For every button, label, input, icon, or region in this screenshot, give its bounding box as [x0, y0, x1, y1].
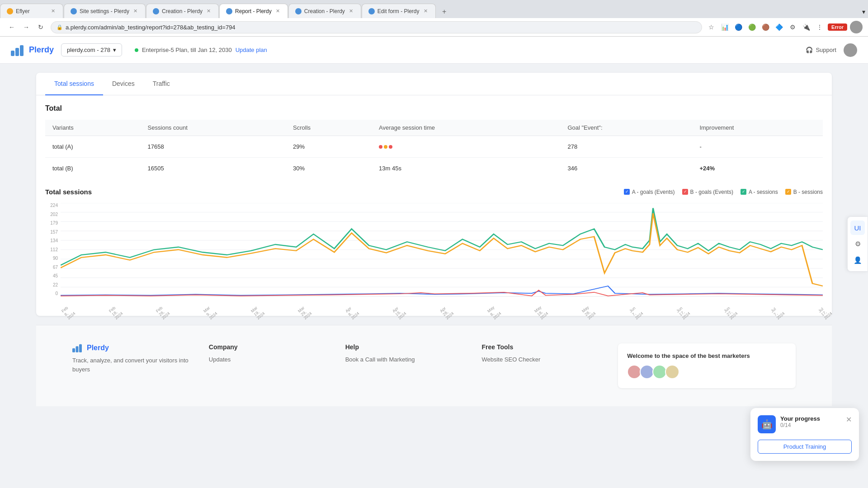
tab-overflow-button[interactable]: ▾: [859, 5, 868, 18]
tab-devices[interactable]: Devices: [103, 73, 144, 95]
forward-button[interactable]: →: [20, 21, 33, 33]
legend-checkbox-a-sessions: [741, 189, 746, 195]
main-content: Total sessions Devices Traffic Total Var…: [0, 73, 868, 406]
table-row: total (B) 16505 30% 13m 45s 346 +24%: [45, 158, 823, 179]
chart-svg: [61, 203, 823, 307]
tab-title: Eflyer: [16, 8, 47, 14]
update-plan-link[interactable]: Update plan: [236, 47, 267, 53]
footer-help: Help Book a Call with Marketing: [345, 343, 464, 388]
col-header-improvement: Improvement: [692, 120, 823, 136]
bookmark-star-icon[interactable]: ☆: [706, 22, 717, 33]
x-label-apr28: Apr 28, 2024: [439, 306, 452, 320]
tab-traffic-label: Traffic: [153, 80, 170, 87]
chrome-ext-icon3[interactable]: 🟤: [760, 22, 771, 33]
tab-close-button[interactable]: ✕: [422, 8, 429, 14]
cell-sessions-a: 17658: [141, 136, 286, 158]
chrome-ext-icon5[interactable]: ⚙: [787, 22, 798, 33]
cell-scrolls-a: 29%: [286, 136, 372, 158]
footer-seo-checker-link[interactable]: Website SEO Checker: [481, 356, 600, 363]
cell-scrolls-b: 30%: [286, 158, 372, 179]
url-text: a.plerdy.com/admin/ab_testing/report?id=…: [66, 24, 236, 31]
browser-tab-edit-form[interactable]: Edit form - Plerdy ✕: [362, 4, 436, 18]
legend-b-goals[interactable]: B - goals (Events): [682, 189, 733, 195]
footer-logo-text: Plerdy: [87, 344, 109, 352]
svg-rect-1: [15, 48, 19, 56]
browser-tab-creation2[interactable]: Creation - Plerdy ✕: [288, 4, 361, 18]
tab-total-sessions[interactable]: Total sessions: [45, 73, 103, 95]
tab-close-button[interactable]: ✕: [205, 8, 212, 14]
svg-rect-15: [76, 346, 79, 352]
app-header: Plerdy plerdy.com - 278 ▾ Enterprise-5 P…: [0, 37, 868, 64]
logo[interactable]: Plerdy: [11, 44, 54, 56]
browser-tab-creation1[interactable]: Creation - Plerdy ✕: [146, 4, 219, 18]
y-label-202: 202: [50, 212, 58, 217]
y-label-22: 22: [53, 282, 58, 287]
tab-title: Edit form - Plerdy: [377, 8, 420, 14]
report-card: Total sessions Devices Traffic Total Var…: [36, 73, 832, 316]
site-selector-text: plerdy.com - 278: [67, 47, 110, 53]
tab-favicon: [295, 8, 302, 14]
tab-close-button[interactable]: ✕: [274, 8, 281, 14]
chrome-ext-icon6[interactable]: 🔌: [801, 22, 811, 33]
footer-updates-link[interactable]: Updates: [209, 356, 327, 363]
y-label-90: 90: [53, 256, 58, 261]
chrome-ext-icon1[interactable]: 🔵: [733, 22, 744, 33]
tab-favicon: [71, 8, 77, 14]
tab-favicon: [368, 8, 375, 14]
legend-b-sessions[interactable]: B - sessions: [785, 189, 823, 195]
chart-title: Total sessions: [45, 188, 92, 196]
browser-tab-eflyer[interactable]: Eflyer ✕: [0, 4, 63, 18]
url-bar[interactable]: 🔒 a.plerdy.com/admin/ab_testing/report?i…: [51, 21, 702, 33]
footer-welcome: Welcome to the space of the best markete…: [618, 343, 796, 388]
tab-traffic[interactable]: Traffic: [144, 73, 179, 95]
footer-book-call-link[interactable]: Book a Call with Marketing: [345, 356, 464, 363]
chrome-ext-icon2[interactable]: 🟢: [746, 22, 757, 33]
header-right: 🎧 Support: [806, 43, 857, 57]
cell-variant-a: total (A): [45, 136, 141, 158]
new-tab-button[interactable]: +: [438, 5, 451, 18]
back-button[interactable]: ←: [5, 21, 18, 33]
product-training-button[interactable]: Product Training: [758, 440, 852, 443]
user-avatar[interactable]: [844, 43, 857, 57]
chart-plot-area: Feb 8, 2024 Feb 18, 2024 Feb 28, 2024 Ma…: [61, 203, 823, 307]
x-axis-labels: Feb 8, 2024 Feb 18, 2024 Feb 28, 2024 Ma…: [61, 308, 823, 324]
data-table: Variants Sessions count Scrolls Average …: [45, 120, 823, 179]
tabs-bar: Eflyer ✕ Site settings - Plerdy ✕ Creati…: [0, 0, 868, 18]
chart-section: Total sessions A - goals (Events) B - go…: [36, 179, 832, 316]
footer-free-tools-title: Free Tools: [481, 343, 600, 351]
table-section-title: Total: [45, 104, 823, 113]
svg-rect-16: [79, 344, 82, 352]
tab-close-button[interactable]: ✕: [50, 8, 57, 14]
right-sidebar: UI ⚙ 👤: [847, 216, 868, 272]
footer-brand-text: Track, analyze, and convert your visitor…: [72, 356, 191, 374]
progress-close-button[interactable]: ✕: [846, 415, 852, 424]
logo-icon: [11, 44, 25, 56]
tab-close-button[interactable]: ✕: [132, 8, 139, 14]
tab-close-button[interactable]: ✕: [348, 8, 354, 14]
chrome-ext-icon4[interactable]: 🔷: [774, 22, 784, 33]
legend-checkbox-b-sessions: [785, 189, 791, 195]
reload-button[interactable]: ↻: [34, 21, 47, 33]
dot3: [389, 145, 392, 149]
table-row: total (A) 17658 29% 278: [45, 136, 823, 158]
sidebar-ui-icon[interactable]: UI: [850, 221, 865, 235]
chevron-down-icon: ▾: [113, 47, 116, 53]
sidebar-user-icon[interactable]: 👤: [850, 253, 865, 267]
tab-title: Creation - Plerdy: [304, 8, 345, 14]
sidebar-settings-icon[interactable]: ⚙: [850, 237, 865, 251]
tab-devices-label: Devices: [112, 80, 135, 87]
tab-favicon: [7, 8, 13, 14]
settings-icon[interactable]: ⋮: [814, 22, 825, 33]
cell-variant-b: total (B): [45, 158, 141, 179]
x-label-mar9: Mar 9, 2024: [203, 306, 215, 320]
browser-tab-report[interactable]: Report - Plerdy ✕: [219, 4, 288, 18]
browser-tab-site-settings[interactable]: Site settings - Plerdy ✕: [64, 4, 146, 18]
profile-avatar[interactable]: [850, 21, 863, 33]
support-button[interactable]: 🎧 Support: [806, 47, 836, 53]
legend-a-goals[interactable]: A - goals (Events): [624, 189, 675, 195]
site-selector[interactable]: plerdy.com - 278 ▾: [61, 43, 122, 56]
legend-a-sessions[interactable]: A - sessions: [741, 189, 778, 195]
plerdy-ext-icon[interactable]: 📊: [719, 22, 730, 33]
y-label-179: 179: [50, 221, 58, 225]
x-label-jun17: Jun 17, 2024: [675, 306, 688, 320]
